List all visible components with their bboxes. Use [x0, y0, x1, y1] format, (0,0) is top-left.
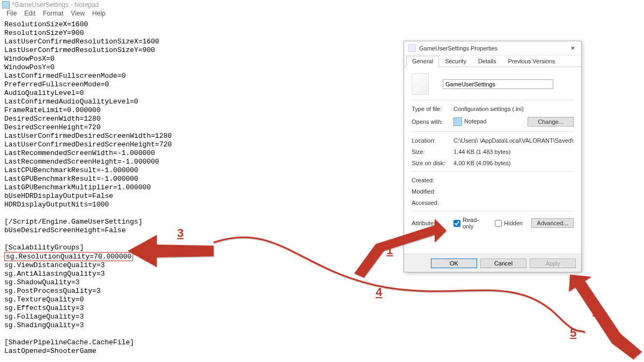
menu-bar: File Edit Format View Help — [0, 10, 644, 19]
tab-previous-versions[interactable]: Previous Versions — [502, 56, 561, 67]
dialog-title: GameUserSettings Properties — [419, 45, 568, 51]
close-icon[interactable]: × — [568, 44, 577, 52]
editor-line: sg.EffectsQuality=3 — [4, 304, 640, 313]
type-of-file-value: Configuration settings (.ini) — [453, 106, 574, 112]
opens-with-value: Notepad — [453, 117, 528, 126]
editor-line: LastOpened=ShooterGame — [4, 347, 640, 356]
size-on-disk-label: Size on disk: — [412, 160, 453, 166]
file-properties-icon — [408, 45, 416, 52]
size-on-disk-value: 4,00 KB (4.096 bytes) — [453, 160, 574, 166]
apply-button[interactable]: Apply — [530, 258, 576, 268]
size-label: Size: — [412, 149, 453, 155]
notepad-small-icon — [453, 117, 462, 126]
editor-line: [ShaderPipelineCache.CacheFile] — [4, 338, 640, 347]
dialog-footer: OK Cancel Apply — [404, 254, 581, 272]
editor-line: sg.ShadingQuality=3 — [4, 321, 640, 330]
menu-help[interactable]: Help — [89, 10, 109, 19]
type-of-file-label: Type of file: — [412, 106, 453, 112]
notepad-icon — [2, 1, 10, 9]
modified-label: Modified: — [412, 188, 453, 195]
editor-line: sg.TextureQuality=0 — [4, 295, 640, 304]
file-type-icon — [412, 73, 429, 95]
editor-line — [4, 356, 640, 362]
location-label: Location: — [412, 137, 453, 144]
highlighted-line: sg.ResolutionQuality=70.000000 — [4, 252, 133, 261]
size-value: 1,44 KB (1.483 bytes) — [453, 149, 574, 155]
advanced-button[interactable]: Advanced... — [531, 218, 574, 228]
editor-line: ResolutionSizeY=900 — [4, 29, 640, 38]
tab-general[interactable]: General — [406, 56, 439, 67]
location-value: C:\Users\ \AppData\Local\VALORANT\Saved\… — [453, 137, 574, 144]
properties-dialog: GameUserSettings Properties × General Se… — [404, 41, 582, 272]
readonly-checkbox[interactable]: Read-only — [453, 217, 486, 230]
window-titlebar: *GameUserSettings - Notepad — [0, 0, 644, 10]
cancel-button[interactable]: Cancel — [480, 258, 526, 268]
editor-line: sg.ShadowQuality=3 — [4, 278, 640, 287]
window-title: *GameUserSettings - Notepad — [12, 1, 99, 9]
editor-line: ResolutionSizeX=1600 — [4, 20, 640, 29]
menu-view[interactable]: View — [68, 10, 88, 19]
dialog-tabs: General Security Details Previous Versio… — [404, 55, 581, 67]
ok-button[interactable]: OK — [431, 258, 477, 268]
attributes-label: Attributes: — [412, 220, 453, 226]
hidden-checkbox[interactable]: Hidden — [495, 220, 523, 227]
change-button[interactable]: Change... — [528, 117, 574, 127]
created-label: Created: — [412, 177, 453, 183]
tab-details[interactable]: Details — [472, 56, 502, 67]
tab-security[interactable]: Security — [439, 56, 472, 67]
menu-format[interactable]: Format — [40, 10, 67, 19]
menu-file[interactable]: File — [3, 10, 20, 19]
dialog-body: Type of file:Configuration settings (.in… — [404, 67, 581, 239]
editor-line — [4, 330, 640, 338]
dialog-titlebar[interactable]: GameUserSettings Properties × — [404, 41, 581, 55]
editor-line: sg.PostProcessQuality=3 — [4, 287, 640, 295]
menu-edit[interactable]: Edit — [21, 10, 39, 19]
editor-line: sg.FoliageQuality=3 — [4, 313, 640, 321]
filename-input[interactable] — [443, 79, 553, 89]
accessed-label: Accessed: — [412, 200, 453, 206]
opens-with-label: Opens with: — [412, 119, 453, 125]
